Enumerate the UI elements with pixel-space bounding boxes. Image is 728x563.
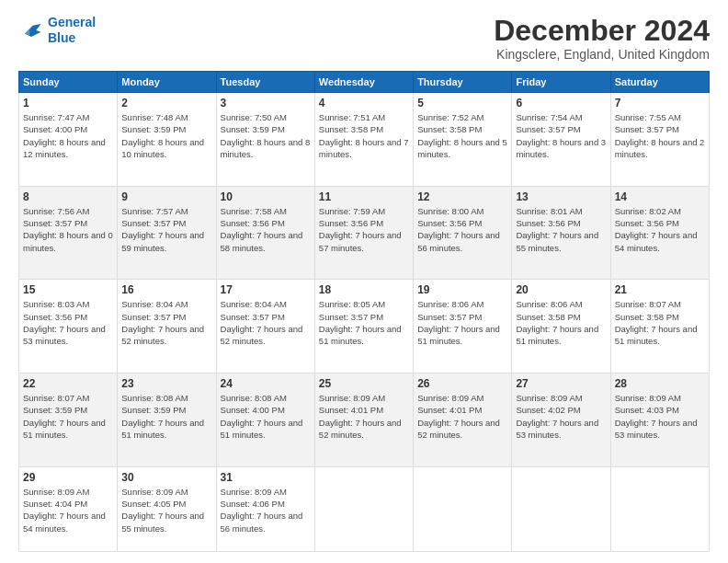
col-wednesday: Wednesday xyxy=(314,72,413,93)
sunrise-label: Sunrise: 7:47 AM xyxy=(23,112,89,122)
sunset-label: Sunset: 3:57 PM xyxy=(121,218,186,228)
table-row: 18 Sunrise: 8:05 AM Sunset: 3:57 PM Dayl… xyxy=(314,280,413,373)
day-number: 5 xyxy=(417,97,507,109)
logo-text: General Blue xyxy=(48,15,96,46)
sunset-label: Sunset: 3:57 PM xyxy=(615,124,679,134)
table-row: 6 Sunrise: 7:54 AM Sunset: 3:57 PM Dayli… xyxy=(512,93,610,187)
table-row: 16 Sunrise: 8:04 AM Sunset: 3:57 PM Dayl… xyxy=(118,280,216,373)
day-number: 19 xyxy=(417,283,507,296)
day-info: Sunrise: 8:04 AM Sunset: 3:57 PM Dayligh… xyxy=(221,298,311,347)
sunrise-label: Sunrise: 7:52 AM xyxy=(417,112,483,122)
table-row: 26 Sunrise: 8:09 AM Sunset: 4:01 PM Dayl… xyxy=(414,373,512,467)
table-row: 30 Sunrise: 8:09 AM Sunset: 4:05 PM Dayl… xyxy=(118,466,216,551)
sunrise-label: Sunrise: 8:09 AM xyxy=(417,393,483,403)
sunrise-label: Sunrise: 8:06 AM xyxy=(417,299,483,309)
day-number: 27 xyxy=(516,377,606,390)
day-number: 28 xyxy=(615,377,705,390)
daylight-label: Daylight: 7 hours and 54 minutes. xyxy=(23,511,106,533)
daylight-label: Daylight: 8 hours and 0 minutes. xyxy=(23,230,113,252)
daylight-label: Daylight: 7 hours and 56 minutes. xyxy=(221,511,303,533)
table-row: 8 Sunrise: 7:56 AM Sunset: 3:57 PM Dayli… xyxy=(19,186,118,280)
day-info: Sunrise: 8:09 AM Sunset: 4:05 PM Dayligh… xyxy=(121,486,211,534)
day-number: 8 xyxy=(23,190,113,203)
day-number: 23 xyxy=(121,377,211,390)
table-row: 14 Sunrise: 8:02 AM Sunset: 3:56 PM Dayl… xyxy=(610,186,709,280)
table-row: 7 Sunrise: 7:55 AM Sunset: 3:57 PM Dayli… xyxy=(610,93,709,187)
day-info: Sunrise: 7:47 AM Sunset: 4:00 PM Dayligh… xyxy=(23,111,113,160)
col-tuesday: Tuesday xyxy=(216,72,314,93)
table-row: 23 Sunrise: 8:08 AM Sunset: 3:59 PM Dayl… xyxy=(118,373,216,467)
table-row: 31 Sunrise: 8:09 AM Sunset: 4:06 PM Dayl… xyxy=(216,466,314,551)
sunset-label: Sunset: 3:59 PM xyxy=(121,405,186,415)
day-info: Sunrise: 8:06 AM Sunset: 3:58 PM Dayligh… xyxy=(516,298,606,347)
sunrise-label: Sunrise: 8:09 AM xyxy=(221,487,287,497)
day-info: Sunrise: 8:09 AM Sunset: 4:04 PM Dayligh… xyxy=(23,486,113,534)
table-row: 12 Sunrise: 8:00 AM Sunset: 3:56 PM Dayl… xyxy=(414,186,512,280)
day-info: Sunrise: 8:05 AM Sunset: 3:57 PM Dayligh… xyxy=(319,298,409,347)
day-number: 22 xyxy=(23,377,113,390)
sunrise-label: Sunrise: 8:08 AM xyxy=(221,393,287,403)
day-info: Sunrise: 8:07 AM Sunset: 3:59 PM Dayligh… xyxy=(23,392,113,441)
sunrise-label: Sunrise: 8:08 AM xyxy=(121,393,188,403)
table-row: 21 Sunrise: 8:07 AM Sunset: 3:58 PM Dayl… xyxy=(610,280,709,373)
table-row: 2 Sunrise: 7:48 AM Sunset: 3:59 PM Dayli… xyxy=(118,93,216,187)
sunrise-label: Sunrise: 7:51 AM xyxy=(319,112,385,122)
day-number: 6 xyxy=(516,97,606,109)
sunset-label: Sunset: 3:56 PM xyxy=(417,218,482,228)
day-number: 7 xyxy=(615,97,705,109)
sunset-label: Sunset: 4:00 PM xyxy=(23,124,87,134)
sunrise-label: Sunrise: 8:05 AM xyxy=(319,299,385,309)
daylight-label: Daylight: 7 hours and 53 minutes. xyxy=(516,418,598,440)
daylight-label: Daylight: 8 hours and 8 minutes. xyxy=(221,137,311,159)
daylight-label: Daylight: 7 hours and 51 minutes. xyxy=(23,418,106,440)
day-info: Sunrise: 7:59 AM Sunset: 3:56 PM Dayligh… xyxy=(319,205,409,254)
day-number: 25 xyxy=(319,377,409,390)
day-number: 26 xyxy=(417,377,507,390)
daylight-label: Daylight: 8 hours and 2 minutes. xyxy=(615,137,705,159)
sunrise-label: Sunrise: 8:09 AM xyxy=(23,487,89,497)
sunrise-label: Sunrise: 7:57 AM xyxy=(121,206,188,216)
daylight-label: Daylight: 7 hours and 52 minutes. xyxy=(121,324,204,346)
day-number: 1 xyxy=(23,97,113,109)
day-info: Sunrise: 7:51 AM Sunset: 3:58 PM Dayligh… xyxy=(319,111,409,160)
day-number: 9 xyxy=(121,190,211,203)
day-info: Sunrise: 7:48 AM Sunset: 3:59 PM Dayligh… xyxy=(121,111,211,160)
daylight-label: Daylight: 8 hours and 7 minutes. xyxy=(319,137,409,159)
day-number: 16 xyxy=(121,283,211,296)
svg-marker-0 xyxy=(25,24,41,37)
day-info: Sunrise: 7:57 AM Sunset: 3:57 PM Dayligh… xyxy=(121,205,211,254)
day-info: Sunrise: 8:04 AM Sunset: 3:57 PM Dayligh… xyxy=(121,298,211,347)
day-number: 14 xyxy=(615,190,705,203)
table-row: 27 Sunrise: 8:09 AM Sunset: 4:02 PM Dayl… xyxy=(512,373,610,467)
table-row xyxy=(610,466,709,551)
sunset-label: Sunset: 4:05 PM xyxy=(121,499,186,509)
day-number: 12 xyxy=(417,190,507,203)
sunset-label: Sunset: 3:59 PM xyxy=(121,124,186,134)
table-row: 4 Sunrise: 7:51 AM Sunset: 3:58 PM Dayli… xyxy=(314,93,413,187)
daylight-label: Daylight: 8 hours and 12 minutes. xyxy=(23,137,106,159)
calendar-week-row: 29 Sunrise: 8:09 AM Sunset: 4:04 PM Dayl… xyxy=(19,466,710,551)
table-row: 22 Sunrise: 8:07 AM Sunset: 3:59 PM Dayl… xyxy=(19,373,118,467)
daylight-label: Daylight: 7 hours and 53 minutes. xyxy=(615,418,698,440)
daylight-label: Daylight: 7 hours and 54 minutes. xyxy=(615,230,698,252)
day-info: Sunrise: 7:50 AM Sunset: 3:59 PM Dayligh… xyxy=(221,111,311,160)
sunrise-label: Sunrise: 8:01 AM xyxy=(516,206,582,216)
daylight-label: Daylight: 7 hours and 51 minutes. xyxy=(121,418,204,440)
day-number: 17 xyxy=(221,283,311,296)
sunrise-label: Sunrise: 7:58 AM xyxy=(221,206,287,216)
calendar-week-row: 15 Sunrise: 8:03 AM Sunset: 3:56 PM Dayl… xyxy=(19,280,710,373)
calendar-week-row: 1 Sunrise: 7:47 AM Sunset: 4:00 PM Dayli… xyxy=(19,93,710,187)
day-number: 13 xyxy=(516,190,606,203)
page: General Blue December 2024 Kingsclere, E… xyxy=(0,0,728,563)
sunrise-label: Sunrise: 8:04 AM xyxy=(121,299,188,309)
table-row: 24 Sunrise: 8:08 AM Sunset: 4:00 PM Dayl… xyxy=(216,373,314,467)
sunset-label: Sunset: 3:56 PM xyxy=(516,218,580,228)
sunrise-label: Sunrise: 8:03 AM xyxy=(23,299,89,309)
col-friday: Friday xyxy=(512,72,610,93)
day-info: Sunrise: 7:52 AM Sunset: 3:58 PM Dayligh… xyxy=(417,111,507,160)
main-title: December 2024 xyxy=(494,15,710,47)
day-info: Sunrise: 8:02 AM Sunset: 3:56 PM Dayligh… xyxy=(615,205,705,254)
sunset-label: Sunset: 3:57 PM xyxy=(23,218,87,228)
sunrise-label: Sunrise: 7:54 AM xyxy=(516,112,582,122)
table-row: 10 Sunrise: 7:58 AM Sunset: 3:56 PM Dayl… xyxy=(216,186,314,280)
